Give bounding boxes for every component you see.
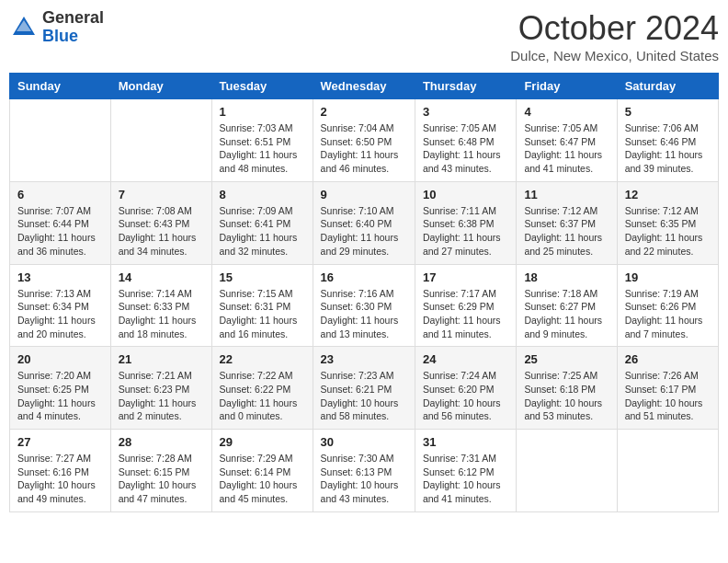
day-detail: Sunrise: 7:05 AMSunset: 6:48 PMDaylight:… xyxy=(423,121,508,176)
day-number: 9 xyxy=(321,188,407,201)
calendar-cell: 20Sunrise: 7:20 AMSunset: 6:25 PMDayligh… xyxy=(10,347,111,430)
calendar-cell: 1Sunrise: 7:03 AMSunset: 6:51 PMDaylight… xyxy=(211,99,313,182)
calendar-week-row: 20Sunrise: 7:20 AMSunset: 6:25 PMDayligh… xyxy=(10,347,719,430)
day-number: 19 xyxy=(625,270,711,284)
day-number: 20 xyxy=(17,352,103,366)
day-detail: Sunrise: 7:13 AMSunset: 6:34 PMDaylight:… xyxy=(17,287,103,341)
calendar-cell: 5Sunrise: 7:06 AMSunset: 6:46 PMDaylight… xyxy=(617,99,718,182)
day-number: 3 xyxy=(423,105,508,119)
day-detail: Sunrise: 7:06 AMSunset: 6:46 PMDaylight:… xyxy=(625,121,711,176)
calendar-cell: 25Sunrise: 7:25 AMSunset: 6:18 PMDayligh… xyxy=(517,347,617,430)
day-detail: Sunrise: 7:25 AMSunset: 6:18 PMDaylight:… xyxy=(524,369,609,423)
calendar-cell: 18Sunrise: 7:18 AMSunset: 6:27 PMDayligh… xyxy=(517,264,617,347)
day-number: 16 xyxy=(321,270,407,284)
calendar-cell: 30Sunrise: 7:30 AMSunset: 6:13 PMDayligh… xyxy=(313,430,415,512)
calendar-cell: 3Sunrise: 7:05 AMSunset: 6:48 PMDaylight… xyxy=(415,99,516,182)
calendar-cell: 12Sunrise: 7:12 AMSunset: 6:35 PMDayligh… xyxy=(617,181,718,264)
logo: General Blue xyxy=(9,9,104,46)
day-detail: Sunrise: 7:18 AMSunset: 6:27 PMDaylight:… xyxy=(524,287,609,341)
day-detail: Sunrise: 7:21 AMSunset: 6:23 PMDaylight:… xyxy=(119,369,204,423)
calendar-cell: 13Sunrise: 7:13 AMSunset: 6:34 PMDayligh… xyxy=(10,264,111,347)
calendar-cell: 8Sunrise: 7:09 AMSunset: 6:41 PMDaylight… xyxy=(211,181,313,264)
day-detail: Sunrise: 7:08 AMSunset: 6:43 PMDaylight:… xyxy=(119,204,204,259)
day-detail: Sunrise: 7:24 AMSunset: 6:20 PMDaylight:… xyxy=(423,369,508,423)
calendar-cell: 26Sunrise: 7:26 AMSunset: 6:17 PMDayligh… xyxy=(617,347,718,430)
day-number: 23 xyxy=(321,352,407,366)
day-number: 31 xyxy=(423,435,508,449)
calendar-cell: 14Sunrise: 7:14 AMSunset: 6:33 PMDayligh… xyxy=(110,264,211,347)
logo-icon xyxy=(9,13,39,42)
day-number: 14 xyxy=(119,270,204,284)
day-detail: Sunrise: 7:15 AMSunset: 6:31 PMDaylight:… xyxy=(220,287,305,341)
day-detail: Sunrise: 7:30 AMSunset: 6:13 PMDaylight:… xyxy=(321,452,407,506)
day-number: 5 xyxy=(625,105,711,119)
day-number: 2 xyxy=(321,105,407,119)
calendar-cell: 7Sunrise: 7:08 AMSunset: 6:43 PMDaylight… xyxy=(110,181,211,264)
calendar-cell: 16Sunrise: 7:16 AMSunset: 6:30 PMDayligh… xyxy=(313,264,415,347)
day-number: 17 xyxy=(423,270,508,284)
calendar-cell: 4Sunrise: 7:05 AMSunset: 6:47 PMDaylight… xyxy=(517,99,617,182)
calendar-cell xyxy=(517,430,617,512)
calendar-week-row: 13Sunrise: 7:13 AMSunset: 6:34 PMDayligh… xyxy=(10,264,719,347)
calendar-cell: 11Sunrise: 7:12 AMSunset: 6:37 PMDayligh… xyxy=(517,181,617,264)
day-header-tuesday: Tuesday xyxy=(211,74,313,99)
calendar-cell: 28Sunrise: 7:28 AMSunset: 6:15 PMDayligh… xyxy=(110,430,211,512)
day-header-friday: Friday xyxy=(517,74,617,99)
calendar-cell: 22Sunrise: 7:22 AMSunset: 6:22 PMDayligh… xyxy=(211,347,313,430)
day-detail: Sunrise: 7:12 AMSunset: 6:35 PMDaylight:… xyxy=(625,204,711,259)
calendar-cell: 9Sunrise: 7:10 AMSunset: 6:40 PMDaylight… xyxy=(313,181,415,264)
day-detail: Sunrise: 7:10 AMSunset: 6:40 PMDaylight:… xyxy=(321,204,407,259)
day-number: 26 xyxy=(625,352,711,366)
day-number: 28 xyxy=(119,435,204,449)
calendar-cell: 27Sunrise: 7:27 AMSunset: 6:16 PMDayligh… xyxy=(10,430,111,512)
title-section: October 2024 Dulce, New Mexico, United S… xyxy=(510,9,719,63)
location: Dulce, New Mexico, United States xyxy=(510,48,719,63)
calendar-cell: 6Sunrise: 7:07 AMSunset: 6:44 PMDaylight… xyxy=(10,181,111,264)
calendar-cell: 29Sunrise: 7:29 AMSunset: 6:14 PMDayligh… xyxy=(211,430,313,512)
calendar-cell: 2Sunrise: 7:04 AMSunset: 6:50 PMDaylight… xyxy=(313,99,415,182)
day-number: 30 xyxy=(321,435,407,449)
day-number: 15 xyxy=(220,270,305,284)
calendar-cell: 21Sunrise: 7:21 AMSunset: 6:23 PMDayligh… xyxy=(110,347,211,430)
calendar-cell: 17Sunrise: 7:17 AMSunset: 6:29 PMDayligh… xyxy=(415,264,516,347)
calendar-week-row: 6Sunrise: 7:07 AMSunset: 6:44 PMDaylight… xyxy=(10,181,719,264)
day-header-saturday: Saturday xyxy=(617,74,718,99)
day-detail: Sunrise: 7:19 AMSunset: 6:26 PMDaylight:… xyxy=(625,287,711,341)
day-number: 8 xyxy=(220,188,305,201)
day-number: 22 xyxy=(220,352,305,366)
calendar-week-row: 1Sunrise: 7:03 AMSunset: 6:51 PMDaylight… xyxy=(10,99,719,182)
day-number: 6 xyxy=(17,188,103,201)
day-detail: Sunrise: 7:29 AMSunset: 6:14 PMDaylight:… xyxy=(220,452,305,506)
day-header-monday: Monday xyxy=(110,74,211,99)
calendar-table: SundayMondayTuesdayWednesdayThursdayFrid… xyxy=(9,73,719,512)
day-header-sunday: Sunday xyxy=(10,74,111,99)
logo-general: General xyxy=(42,9,104,28)
logo-blue-text: Blue xyxy=(42,28,104,46)
day-detail: Sunrise: 7:22 AMSunset: 6:22 PMDaylight:… xyxy=(220,369,305,423)
calendar-cell: 10Sunrise: 7:11 AMSunset: 6:38 PMDayligh… xyxy=(415,181,516,264)
day-number: 24 xyxy=(423,352,508,366)
calendar-cell xyxy=(110,99,211,182)
day-detail: Sunrise: 7:31 AMSunset: 6:12 PMDaylight:… xyxy=(423,452,508,506)
calendar-cell: 31Sunrise: 7:31 AMSunset: 6:12 PMDayligh… xyxy=(415,430,516,512)
day-number: 10 xyxy=(423,188,508,201)
day-detail: Sunrise: 7:23 AMSunset: 6:21 PMDaylight:… xyxy=(321,369,407,423)
day-detail: Sunrise: 7:14 AMSunset: 6:33 PMDaylight:… xyxy=(119,287,204,341)
calendar-cell: 15Sunrise: 7:15 AMSunset: 6:31 PMDayligh… xyxy=(211,264,313,347)
page-header: General Blue October 2024 Dulce, New Mex… xyxy=(9,9,719,63)
calendar-week-row: 27Sunrise: 7:27 AMSunset: 6:16 PMDayligh… xyxy=(10,430,719,512)
day-detail: Sunrise: 7:28 AMSunset: 6:15 PMDaylight:… xyxy=(119,452,204,506)
month-title: October 2024 xyxy=(510,9,719,48)
calendar-cell: 23Sunrise: 7:23 AMSunset: 6:21 PMDayligh… xyxy=(313,347,415,430)
calendar-cell: 19Sunrise: 7:19 AMSunset: 6:26 PMDayligh… xyxy=(617,264,718,347)
day-number: 25 xyxy=(524,352,609,366)
calendar-cell xyxy=(617,430,718,512)
day-number: 11 xyxy=(524,188,609,201)
day-detail: Sunrise: 7:16 AMSunset: 6:30 PMDaylight:… xyxy=(321,287,407,341)
day-number: 7 xyxy=(119,188,204,201)
day-number: 27 xyxy=(17,435,103,449)
day-detail: Sunrise: 7:07 AMSunset: 6:44 PMDaylight:… xyxy=(17,204,103,259)
day-detail: Sunrise: 7:26 AMSunset: 6:17 PMDaylight:… xyxy=(625,369,711,423)
day-number: 18 xyxy=(524,270,609,284)
day-detail: Sunrise: 7:11 AMSunset: 6:38 PMDaylight:… xyxy=(423,204,508,259)
